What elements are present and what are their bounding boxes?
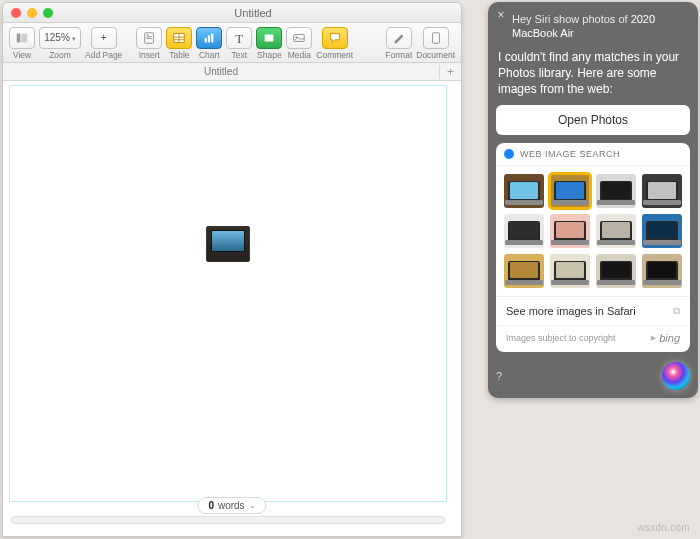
- insert-button[interactable]: [136, 27, 162, 49]
- svg-rect-4: [147, 36, 152, 37]
- shape-label: Shape: [257, 50, 282, 60]
- pages-app-window: Untitled View 125%▾ Zoom + Add Page: [2, 2, 462, 537]
- document-tab[interactable]: Untitled: [3, 66, 439, 77]
- document-canvas[interactable]: 0 words ⌄: [3, 81, 461, 536]
- zoom-value: 125%: [44, 33, 70, 43]
- inserted-image[interactable]: [206, 226, 250, 262]
- table-label: Table: [169, 50, 189, 60]
- chart-button[interactable]: [196, 27, 222, 49]
- image-result-thumb[interactable]: [596, 254, 636, 288]
- see-more-label: See more images in Safari: [506, 305, 636, 317]
- word-count-label: words: [218, 500, 245, 511]
- fullscreen-window-button[interactable]: [43, 8, 53, 18]
- page[interactable]: [9, 85, 447, 502]
- image-result-thumb[interactable]: [642, 174, 682, 208]
- text-label: Text: [232, 50, 248, 60]
- media-label: Media: [288, 50, 311, 60]
- help-icon[interactable]: ?: [496, 370, 502, 382]
- image-result-thumb[interactable]: [550, 174, 590, 208]
- image-results-grid: [496, 166, 690, 296]
- horizontal-scrollbar[interactable]: [11, 516, 445, 524]
- image-result-thumb[interactable]: [642, 214, 682, 248]
- shape-button[interactable]: [256, 27, 282, 49]
- image-result-thumb[interactable]: [642, 254, 682, 288]
- toolbar: View 125%▾ Zoom + Add Page Insert Ta: [3, 23, 461, 63]
- web-image-search-card: WEB IMAGE SEARCH See more images in Safa…: [496, 143, 690, 352]
- format-label: Format: [385, 50, 412, 60]
- window-titlebar[interactable]: Untitled: [3, 3, 461, 23]
- svg-rect-11: [208, 35, 210, 42]
- close-icon[interactable]: ×: [494, 8, 508, 22]
- siri-orb-icon[interactable]: [662, 362, 690, 390]
- svg-rect-16: [432, 33, 439, 44]
- siri-query-text: Hey Siri show photos of 2020 MacBook Air: [496, 10, 690, 41]
- document-label: Document: [416, 50, 455, 60]
- window-title: Untitled: [53, 7, 453, 19]
- zoom-label: Zoom: [49, 50, 71, 60]
- table-button[interactable]: [166, 27, 192, 49]
- view-menu-button[interactable]: [9, 27, 35, 49]
- insert-label: Insert: [139, 50, 160, 60]
- chevron-down-icon: ▾: [72, 35, 76, 42]
- add-page-label: Add Page: [85, 50, 122, 60]
- svg-rect-12: [212, 34, 214, 43]
- add-page-button[interactable]: +: [91, 27, 117, 49]
- document-tabs: Untitled +: [3, 63, 461, 81]
- window-controls: [11, 8, 53, 18]
- svg-rect-13: [265, 35, 274, 42]
- siri-response-message: I couldn't find any matches in your Phot…: [496, 49, 690, 98]
- view-label: View: [13, 50, 31, 60]
- close-window-button[interactable]: [11, 8, 21, 18]
- image-result-thumb[interactable]: [550, 254, 590, 288]
- chart-label: Chart: [199, 50, 220, 60]
- new-tab-button[interactable]: +: [439, 65, 461, 79]
- comment-label: Comment: [316, 50, 353, 60]
- svg-rect-5: [147, 38, 152, 39]
- laptop-screen-graphic: [211, 230, 245, 252]
- provider-label: bing: [651, 332, 680, 344]
- siri-query-prefix: Hey Siri show photos of: [512, 13, 631, 25]
- external-link-icon: ⧉: [673, 305, 680, 317]
- image-result-thumb[interactable]: [504, 174, 544, 208]
- see-more-row[interactable]: See more images in Safari ⧉: [496, 296, 690, 325]
- svg-rect-10: [205, 38, 207, 42]
- image-result-thumb[interactable]: [504, 254, 544, 288]
- open-photos-button[interactable]: Open Photos: [496, 105, 690, 135]
- source-dot-icon: [504, 149, 514, 159]
- image-result-thumb[interactable]: [596, 214, 636, 248]
- svg-rect-0: [17, 34, 21, 43]
- attribution-row: Images subject to copyright bing: [496, 325, 690, 352]
- image-result-thumb[interactable]: [596, 174, 636, 208]
- siri-results-panel: × Hey Siri show photos of 2020 MacBook A…: [488, 2, 698, 398]
- text-button[interactable]: T: [226, 27, 252, 49]
- watermark: wsxdn.com: [637, 522, 690, 533]
- siri-footer: ?: [496, 360, 690, 390]
- copyright-label: Images subject to copyright: [506, 333, 616, 343]
- card-title: WEB IMAGE SEARCH: [520, 149, 620, 159]
- comment-button[interactable]: [322, 27, 348, 49]
- svg-rect-3: [147, 35, 150, 36]
- zoom-dropdown[interactable]: 125%▾: [39, 27, 81, 49]
- word-count-value: 0: [208, 500, 214, 511]
- image-result-thumb[interactable]: [550, 214, 590, 248]
- minimize-window-button[interactable]: [27, 8, 37, 18]
- word-count-pill[interactable]: 0 words ⌄: [197, 497, 266, 514]
- image-result-thumb[interactable]: [504, 214, 544, 248]
- document-button[interactable]: [423, 27, 449, 49]
- format-button[interactable]: [386, 27, 412, 49]
- card-header: WEB IMAGE SEARCH: [496, 143, 690, 166]
- svg-rect-1: [21, 34, 27, 43]
- media-button[interactable]: [286, 27, 312, 49]
- chevron-down-icon: ⌄: [249, 501, 256, 510]
